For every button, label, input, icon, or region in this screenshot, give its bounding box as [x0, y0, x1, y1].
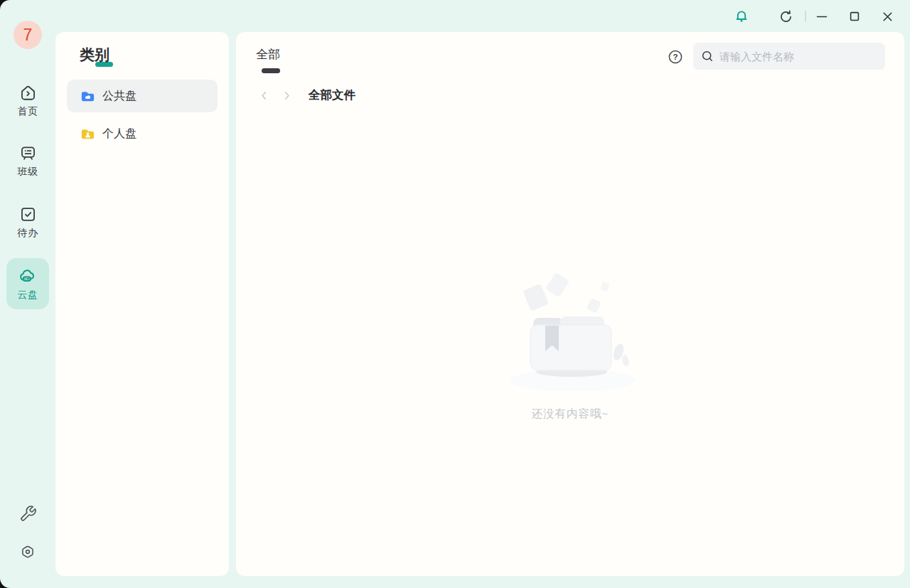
refresh-icon[interactable] — [776, 7, 795, 26]
sidebar-item-label: 云盘 — [18, 289, 38, 301]
tab-active-underline — [262, 68, 280, 73]
sidebar-item-label: 班级 — [18, 166, 38, 178]
svg-text:?: ? — [673, 53, 678, 61]
wrench-icon — [19, 505, 37, 523]
settings-nut-icon — [19, 544, 36, 561]
category-item-public-drive[interactable]: 公共盘 — [67, 80, 218, 112]
chevron-right-icon[interactable] — [279, 87, 294, 103]
avatar-badge: 7 — [23, 26, 33, 45]
sidebar-item-clouddrive[interactable]: 云盘 — [6, 258, 49, 309]
tab-all[interactable]: 全部 — [256, 46, 280, 63]
tools-button[interactable] — [0, 505, 55, 523]
titlebar — [711, 0, 910, 33]
folder-person-icon — [80, 126, 96, 142]
search-input[interactable] — [719, 50, 878, 63]
sidebar-item-label: 待办 — [18, 227, 38, 240]
category-item-label: 公共盘 — [102, 89, 136, 104]
main-panel: 全部 ? — [236, 32, 904, 576]
file-search[interactable] — [693, 43, 885, 70]
empty-box-illustration — [505, 274, 636, 391]
category-item-personal-drive[interactable]: 个人盘 — [67, 117, 218, 150]
sidebar-item-label: 首页 — [18, 105, 38, 118]
classboard-icon — [18, 144, 38, 163]
folder-cloud-icon — [80, 88, 96, 105]
user-avatar[interactable]: 7 — [14, 21, 42, 49]
app-window: 7 首页 班级 待办 — [0, 0, 910, 588]
todo-check-icon — [18, 205, 38, 224]
breadcrumb-title: 全部文件 — [309, 87, 355, 103]
breadcrumb: 全部文件 — [256, 87, 355, 103]
bell-icon[interactable] — [732, 7, 751, 26]
help-icon[interactable]: ? — [667, 48, 684, 65]
category-panel-title: 类别 — [80, 45, 109, 65]
category-panel: 类别 公共盘 — [55, 32, 229, 576]
sidebar-item-todo[interactable]: 待办 — [6, 199, 49, 245]
empty-state: 还没有内容哦~ — [236, 274, 904, 422]
chevron-left-icon[interactable] — [256, 87, 272, 103]
titlebar-divider — [805, 11, 806, 22]
settings-button[interactable] — [0, 544, 55, 561]
minimize-icon[interactable] — [813, 7, 831, 26]
search-icon — [700, 49, 714, 63]
maximize-icon[interactable] — [845, 7, 864, 26]
close-icon[interactable] — [878, 7, 896, 26]
cloud-drive-icon — [18, 266, 38, 286]
home-icon — [18, 83, 38, 102]
sidebar-item-class[interactable]: 班级 — [6, 138, 49, 183]
sidebar-item-home[interactable]: 首页 — [6, 77, 49, 123]
empty-state-message: 还没有内容哦~ — [236, 407, 904, 422]
category-item-label: 个人盘 — [102, 127, 136, 141]
